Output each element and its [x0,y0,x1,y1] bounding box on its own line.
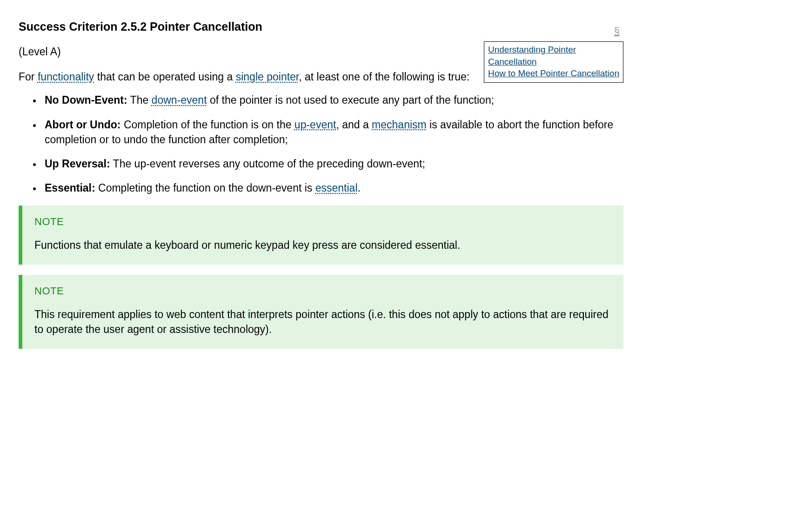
term-essential[interactable]: essential [315,182,358,194]
criterion-no-down-event: No Down-Event: The down-event of the poi… [42,93,623,107]
note-body: Functions that emulate a keyboard or num… [34,238,611,253]
section-link-icon[interactable]: § [614,24,620,39]
section-heading: Success Criterion 2.5.2 Pointer Cancella… [19,19,262,35]
criterion-term: No Down-Event: [45,94,127,106]
criterion-abort-undo: Abort or Undo: Completion of the functio… [42,117,623,147]
criteria-list: No Down-Event: The down-event of the poi… [19,93,623,195]
how-to-meet-link[interactable]: How to Meet Pointer Cancellation [488,67,619,80]
note-box: NOTE Functions that emulate a keyboard o… [19,206,623,265]
term-down-event[interactable]: down-event [152,94,207,106]
level-label: (Level A) [19,46,61,58]
understanding-link[interactable]: Understanding Pointer Cancellation [488,44,619,67]
note-body: This requirement applies to web content … [34,307,611,337]
note-box: NOTE This requirement applies to web con… [19,275,623,349]
note-label: NOTE [34,284,611,299]
criterion-term: Up Reversal: [45,158,110,170]
doclinks-box: Understanding Pointer Cancellation How t… [484,41,623,83]
term-mechanism[interactable]: mechanism [372,119,427,131]
term-up-event[interactable]: up-event [294,119,336,131]
criterion-term: Abort or Undo: [45,119,121,131]
term-single-pointer[interactable]: single pointer [236,71,299,83]
note-label: NOTE [34,215,611,229]
criterion-up-reversal: Up Reversal: The up-event reverses any o… [42,156,623,171]
criterion-essential: Essential: Completing the function on th… [42,180,623,195]
term-functionality[interactable]: functionality [38,71,94,83]
criterion-term: Essential: [45,182,95,194]
